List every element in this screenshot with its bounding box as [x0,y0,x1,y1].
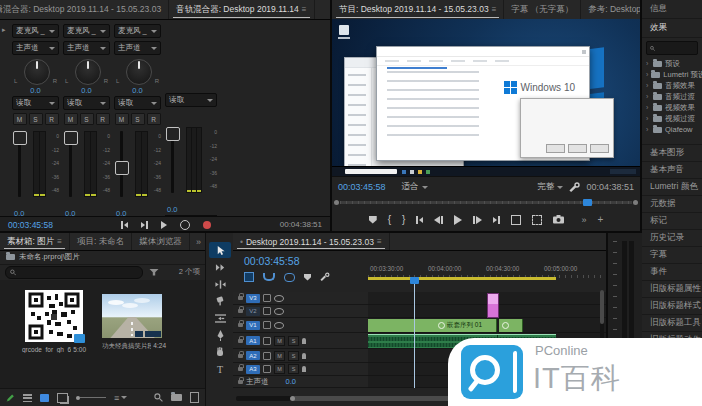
tool-track-select[interactable] [209,259,231,275]
track-badge[interactable]: A2 [246,351,260,360]
automation-mode-select[interactable]: 读取 [63,96,110,110]
fader-handle[interactable] [64,131,78,145]
tab-reference[interactable]: 参考: Desktop 2019.11.14 - 15.05.23.03 [581,0,640,19]
effects-bin[interactable]: › 预设 [642,58,702,69]
clip-video-nested[interactable]: 嵌套序列 01 [368,319,497,332]
lock-icon[interactable] [238,367,243,371]
zoom-level-select[interactable]: 适合 [402,181,428,193]
find-icon[interactable] [154,393,163,402]
go-to-out-button[interactable] [141,221,148,229]
step-back-button[interactable] [434,216,443,224]
add-marker-icon[interactable] [304,274,311,281]
mute-button[interactable]: M [13,113,27,125]
master-level-value[interactable]: 0.0 [286,377,296,386]
sync-lock-icon[interactable] [263,337,271,345]
solo-button[interactable]: S [29,113,43,125]
track-badge[interactable]: A3 [246,365,260,374]
go-to-out-button[interactable] [493,216,500,224]
tab-effects[interactable]: 效果 [642,19,702,38]
bin-item-video[interactable]: 功夫经典搞笑片段... 4:24 [102,294,172,351]
settings-wrench-icon[interactable] [569,182,580,193]
record-arm-button[interactable]: R [147,113,161,125]
zoom-slider[interactable] [76,396,106,400]
track-badge[interactable]: A1 [246,336,260,345]
sidebar-tab[interactable]: 元数据 [642,196,702,213]
mute-button[interactable]: M [64,113,78,125]
hscroll-handle-left[interactable] [290,396,295,401]
input-select[interactable]: 麦克风 _ [12,24,59,38]
tab-overflow-icon[interactable]: » [192,233,205,250]
program-timecode[interactable]: 00:03:45:58 [338,182,386,192]
automation-mode-select[interactable]: 读取 [12,96,59,110]
mute-button[interactable]: M [274,336,285,346]
mark-in-button[interactable]: { [388,214,391,225]
track-visibility-icon[interactable] [274,295,284,302]
sidebar-tab[interactable]: 历史记录 [642,230,702,247]
clip-video-nested-2[interactable] [499,319,523,332]
nest-toggle-icon[interactable] [244,272,254,282]
mute-button[interactable]: M [274,364,285,374]
tab-audio-track-mixer[interactable]: 音轨混合器: Desktop 2019.11.14 ≡ [169,0,314,19]
output-select[interactable]: 主声道 [12,41,59,55]
transport-overflow-icon[interactable]: » [581,215,586,225]
add-marker-button[interactable] [369,216,377,224]
mute-button[interactable]: M [115,113,129,125]
solo-button[interactable]: S [288,351,299,361]
work-area-bar[interactable] [368,277,556,280]
fader-handle[interactable] [166,127,180,141]
vscroll-thumb[interactable] [600,290,604,324]
track-badge[interactable]: V2 [246,307,260,316]
mark-out-button[interactable]: } [402,214,405,225]
sidebar-tab[interactable]: 旧版标题属性 [642,281,702,298]
item-name[interactable]: 功夫经典搞笑片段... [102,342,151,351]
tab-audio-clip-mixer[interactable]: 音频剪辑混合器: Desktop 2019.11.14 - 15.05.23.0… [0,0,169,19]
solo-button[interactable]: S [288,336,299,346]
new-bin-icon[interactable] [171,394,182,401]
record-arm-button[interactable]: R [45,113,59,125]
sidebar-tab[interactable]: 基本声音 [642,162,702,179]
timeline-playhead-line[interactable] [414,278,415,388]
panel-collapse-icon[interactable]: ▸ [2,26,6,34]
automation-mode-select[interactable]: 读取 [165,93,217,107]
sidebar-tab[interactable]: 事件 [642,264,702,281]
sync-lock-icon[interactable] [263,352,271,360]
effects-bin[interactable]: › 音频效果 [642,80,702,91]
mic-icon[interactable] [302,353,306,359]
playback-resolution-select[interactable]: 完整 [537,181,563,193]
tab-program[interactable]: 节目: Desktop 2019.11.14 - 15.05.23.03 ≡ [332,0,504,19]
linked-selection-icon[interactable] [284,273,295,282]
snap-magnet-icon[interactable] [263,273,275,281]
track-badge[interactable]: V1 [246,321,260,330]
extract-button[interactable] [532,215,542,225]
chevron-right-icon[interactable]: › [646,71,648,78]
sidebar-tab[interactable]: 字幕 [642,247,702,264]
effects-bin[interactable]: › Qiafeow [642,124,702,135]
chevron-right-icon[interactable]: › [646,82,650,89]
sidebar-tab[interactable]: 旧版标题样式 [642,298,702,315]
mute-button[interactable]: M [274,351,285,361]
record-button[interactable] [203,221,211,229]
bin-item-qrcode[interactable]: qrcode_for_gh_6ed343... 5:00 [22,290,86,353]
new-item-icon[interactable] [190,392,199,403]
tool-pen[interactable] [209,327,231,343]
effects-bin[interactable]: › 音频过渡 [642,91,702,102]
tool-ripple-edit[interactable] [209,276,231,292]
tool-type[interactable]: T [209,361,231,377]
timeline-timecode[interactable]: 00:03:45:58 [244,255,299,267]
sidebar-tab[interactable]: 基本图形 [642,145,702,162]
effects-search-box[interactable] [646,41,698,55]
input-select[interactable]: 麦克风 _ [114,24,161,38]
lock-icon[interactable] [238,296,243,300]
play-button[interactable] [161,221,167,229]
solo-button[interactable]: S [288,364,299,374]
track-visibility-icon[interactable] [274,322,284,329]
project-search-input[interactable] [19,268,138,277]
sync-lock-icon[interactable] [263,307,271,315]
effects-bin[interactable]: › 视频效果 [642,102,702,113]
tool-hand[interactable] [209,344,231,360]
chevron-right-icon[interactable]: › [646,126,650,133]
sidebar-tab[interactable]: 标记 [642,213,702,230]
freeform-view-icon[interactable] [57,393,68,403]
export-frame-icon[interactable] [553,215,564,224]
program-playhead[interactable] [583,199,592,206]
